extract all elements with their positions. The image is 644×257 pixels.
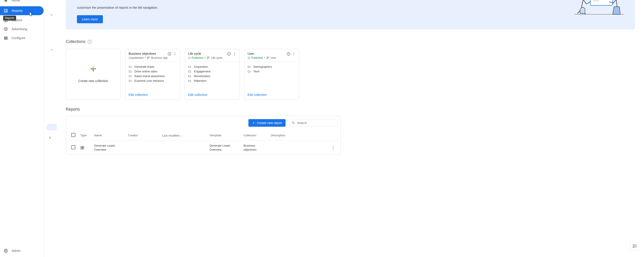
svg-point-50 <box>294 54 294 54</box>
collection-item[interactable]: Retention <box>188 79 236 82</box>
svg-point-38 <box>229 53 229 53</box>
collection-item-label: Examine user behavior <box>134 79 164 82</box>
collection-template: Business object... <box>151 56 168 59</box>
folder-icon <box>188 70 192 73</box>
table-row[interactable]: Generate Leads Overview Generate Leads O… <box>66 141 340 154</box>
feedback-button[interactable] <box>630 242 639 251</box>
plus-icon <box>90 66 96 71</box>
svg-point-60 <box>333 146 334 147</box>
nav-reports[interactable]: Reports <box>0 6 44 15</box>
svg-point-32 <box>188 57 190 59</box>
svg-point-7 <box>4 27 8 31</box>
secondary-rail <box>44 0 57 257</box>
collection-item[interactable]: Monetization <box>188 74 236 78</box>
svg-point-49 <box>294 52 294 53</box>
rail-active-indicator[interactable] <box>46 124 57 131</box>
collection-item[interactable]: Raise brand awareness <box>128 74 177 78</box>
col-last-modified[interactable]: Last modified↓ <box>160 130 207 141</box>
row-name: Generate Leads Overview <box>92 141 126 154</box>
nav-label: Reports <box>12 9 22 12</box>
collection-template: User <box>270 56 276 59</box>
svg-rect-45 <box>267 58 268 59</box>
collection-item-label: Tech <box>253 70 260 73</box>
row-more-button[interactable] <box>329 141 340 154</box>
folder-icon <box>128 65 132 68</box>
svg-rect-2 <box>6 10 7 12</box>
nav-advertising[interactable]: Advertising <box>0 24 44 33</box>
report-type-icon <box>80 146 89 150</box>
collection-item[interactable]: Demographics <box>248 65 296 68</box>
collection-item[interactable]: Examine user behavior <box>128 79 177 82</box>
col-template[interactable]: Template <box>207 130 241 141</box>
reports-heading: Reports <box>66 107 635 112</box>
template-icon <box>266 56 269 59</box>
col-description[interactable]: Description <box>268 130 328 141</box>
advertising-icon <box>3 27 8 31</box>
col-type[interactable]: Type <box>78 130 92 141</box>
svg-rect-44 <box>268 57 269 58</box>
svg-point-48 <box>288 53 289 53</box>
nav-configure[interactable]: Configure <box>0 33 44 42</box>
search-input[interactable] <box>297 121 336 125</box>
edit-collection-link[interactable]: Edit collection <box>188 93 207 97</box>
collection-item-label: Acquisition <box>194 65 208 68</box>
folder-icon <box>128 70 132 73</box>
help-icon[interactable]: ? <box>88 40 92 44</box>
col-collection[interactable]: Collection <box>241 130 268 141</box>
svg-line-55 <box>294 123 294 124</box>
create-report-label: Create new report <box>257 121 282 125</box>
folder-icon <box>128 75 132 78</box>
svg-rect-25 <box>147 58 148 59</box>
chevron-left-icon[interactable] <box>48 136 52 139</box>
gear-icon <box>3 249 8 253</box>
row-creator <box>126 141 160 154</box>
svg-point-30 <box>175 54 175 54</box>
reports-table: Type Name Creator Last modified↓ Templat… <box>66 130 340 155</box>
chevron-up-icon[interactable] <box>50 13 53 16</box>
col-creator[interactable]: Creator <box>126 130 160 141</box>
create-collection-card[interactable]: Create new collection <box>66 49 121 100</box>
edit-collection-link[interactable]: Edit collection <box>128 93 148 97</box>
svg-rect-9 <box>4 37 7 37</box>
svg-rect-59 <box>82 148 84 149</box>
collection-item[interactable]: Tech <box>248 70 296 73</box>
svg-point-51 <box>294 55 294 55</box>
collection-title: Business objectives <box>128 52 168 55</box>
chevron-up-icon[interactable] <box>50 48 53 51</box>
folder-icon <box>188 65 192 68</box>
edit-collection-link[interactable]: Edit collection <box>248 93 267 97</box>
nav-label: Admin <box>12 249 20 253</box>
select-all-checkbox[interactable] <box>71 133 75 137</box>
info-icon[interactable] <box>286 52 290 56</box>
collection-template: Life cycle <box>211 56 222 59</box>
svg-rect-23 <box>147 57 148 58</box>
collection-item[interactable]: Acquisition <box>188 65 236 68</box>
nav-admin[interactable]: Admin <box>0 246 44 255</box>
reports-icon <box>3 8 8 13</box>
svg-rect-24 <box>149 57 150 58</box>
row-last-modified <box>160 141 207 154</box>
info-icon[interactable] <box>168 52 172 56</box>
more-vert-icon[interactable] <box>292 52 296 56</box>
row-description <box>268 141 328 154</box>
more-vert-icon[interactable] <box>173 52 177 56</box>
nav-home[interactable]: Home <box>0 0 44 5</box>
info-icon[interactable] <box>227 52 231 56</box>
row-checkbox[interactable] <box>71 145 75 149</box>
svg-rect-1 <box>6 10 6 12</box>
template-icon <box>207 56 210 59</box>
section-title-text: Collections <box>66 39 86 44</box>
home-icon <box>3 0 8 3</box>
svg-rect-56 <box>81 146 82 148</box>
search-box[interactable] <box>289 120 338 126</box>
more-vert-icon[interactable] <box>232 52 236 56</box>
collection-item[interactable]: Drive online sales <box>128 70 177 73</box>
collection-item[interactable]: Engagement <box>188 70 236 73</box>
learn-more-button[interactable]: Learn more <box>77 15 103 23</box>
col-name[interactable]: Name <box>92 130 126 141</box>
row-collection: Business objectives <box>241 141 268 154</box>
search-icon <box>292 121 295 125</box>
hero-description: customize the presentation of reports in… <box>77 0 158 9</box>
create-report-button[interactable]: Create new report <box>248 119 286 127</box>
collection-item[interactable]: Generate leads <box>128 65 177 68</box>
